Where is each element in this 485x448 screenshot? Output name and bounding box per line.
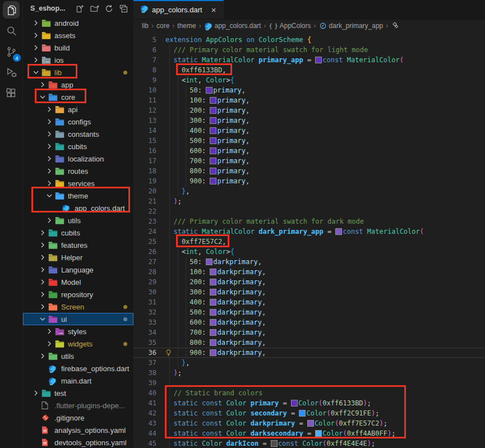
chevron-right-icon[interactable] <box>31 43 40 52</box>
color-swatch[interactable] <box>210 320 216 325</box>
code-line-18[interactable]: 18 800: primary, <box>133 166 485 176</box>
tree-item-routes[interactable]: routes <box>23 165 133 177</box>
code-line-32[interactable]: 32 500: darkprimary, <box>133 307 485 317</box>
tree-item-helper[interactable]: Helper <box>23 251 133 264</box>
color-swatch[interactable] <box>308 421 313 426</box>
color-swatch[interactable] <box>210 279 216 285</box>
breadcrumb-item-misc[interactable] <box>391 22 399 30</box>
tree-item-firebase-options-dart[interactable]: firebase_options.dart <box>23 362 133 375</box>
chevron-right-icon[interactable] <box>45 179 54 188</box>
code-line-7[interactable]: 7 static MaterialColor primary_app = con… <box>133 55 485 65</box>
tree-item-android[interactable]: android <box>23 17 133 29</box>
chevron-right-icon[interactable] <box>31 56 40 64</box>
activity-run-and-debug-icon[interactable] <box>0 62 22 83</box>
tree-item-assets[interactable]: assets <box>23 29 133 41</box>
code-line-28[interactable]: 28 100: darkprimary, <box>133 267 485 277</box>
code-line-41[interactable]: 41 static const Color primary = Color(0x… <box>133 398 485 408</box>
code-line-37[interactable]: 37 }, <box>133 358 485 368</box>
chevron-right-icon[interactable] <box>38 278 47 287</box>
tree-item-cubits[interactable]: cubits <box>23 140 133 153</box>
code-line-20[interactable]: 20 }, <box>133 186 485 196</box>
tree-item-gitignore[interactable]: .gitignore <box>23 412 133 424</box>
chevron-right-icon[interactable] <box>45 154 54 163</box>
color-swatch[interactable] <box>210 310 216 315</box>
tree-item-services[interactable]: services <box>23 177 133 190</box>
breadcrumb-item-dark-primary-app[interactable]: dark_primary_app <box>319 22 384 30</box>
chevron-down-icon[interactable] <box>31 68 40 77</box>
tree-item-styles[interactable]: cssstyles <box>23 325 133 338</box>
code-line-21[interactable]: 21 ); <box>133 196 485 206</box>
code-line-29[interactable]: 29 200: darkprimary, <box>133 277 485 287</box>
color-swatch[interactable] <box>210 299 216 305</box>
breadcrumb-item-theme[interactable]: theme <box>177 22 196 30</box>
color-swatch[interactable] <box>206 259 212 265</box>
code-line-6[interactable]: 6 /// Primary color material swatch for … <box>133 45 485 55</box>
code-line-9[interactable]: 9 <int, Color>{ <box>133 75 485 85</box>
chevron-right-icon[interactable] <box>45 339 54 348</box>
tree-item-app-colors-dart[interactable]: app_colors.dart <box>23 202 133 214</box>
color-swatch[interactable] <box>210 128 216 133</box>
color-swatch[interactable] <box>299 410 305 416</box>
chevron-right-icon[interactable] <box>31 19 40 27</box>
code-line-34[interactable]: 34 700: darkprimary, <box>133 327 485 338</box>
tree-item-language[interactable]: Language <box>23 264 133 276</box>
tree-item-repository[interactable]: repository <box>23 288 133 301</box>
color-swatch[interactable] <box>210 138 216 144</box>
breadcrumb-item-appcolors[interactable]: { }AppColors <box>269 22 311 30</box>
code-line-13[interactable]: 13 300: primary, <box>133 116 485 126</box>
color-swatch[interactable] <box>210 350 216 355</box>
chevron-right-icon[interactable] <box>38 265 47 274</box>
color-swatch[interactable] <box>210 330 216 335</box>
activity-extensions-icon[interactable] <box>0 83 22 104</box>
color-swatch[interactable] <box>336 229 341 234</box>
code-line-23[interactable]: 23 /// Primary color material swatch for… <box>133 216 485 227</box>
color-swatch[interactable] <box>316 57 321 63</box>
code-line-11[interactable]: 11 100: primary, <box>133 95 485 105</box>
tree-item-api[interactable]: api <box>23 103 133 116</box>
color-swatch[interactable] <box>210 118 216 123</box>
tree-item-ios[interactable]: iosios <box>23 54 133 66</box>
code-line-36[interactable]: 36 900: darkprimary, <box>133 348 485 358</box>
tree-item-devtools-options-yaml[interactable]: devtools_options.yaml <box>23 436 133 448</box>
breadcrumb-item-core[interactable]: core <box>156 22 169 30</box>
breadcrumb-item-lib[interactable]: lib <box>142 22 149 30</box>
breadcrumb-item-app-colors-dart[interactable]: app_colors.dart <box>204 22 261 30</box>
color-swatch[interactable] <box>210 98 216 103</box>
chevron-right-icon[interactable] <box>38 352 47 361</box>
tree-item-model[interactable]: Model <box>23 276 133 288</box>
color-swatch[interactable] <box>210 148 216 154</box>
chevron-down-icon[interactable] <box>45 191 54 200</box>
new-file-icon[interactable] <box>75 4 85 13</box>
tree-item-lib[interactable]: lib <box>23 66 133 78</box>
new-folder-icon[interactable] <box>90 4 99 13</box>
tree-item-theme[interactable]: theme <box>23 190 133 202</box>
chevron-down-icon[interactable] <box>38 93 47 101</box>
tab-app-colors-dart[interactable]: app_colors.dart × <box>133 0 224 19</box>
code-line-33[interactable]: 33 600: darkprimary, <box>133 317 485 327</box>
code-line-40[interactable]: 40 // Static brand colors <box>133 388 485 398</box>
code-line-35[interactable]: 35 800: darkprimary, <box>133 338 485 348</box>
chevron-right-icon[interactable] <box>31 389 40 398</box>
code-line-16[interactable]: 16 600: primary, <box>133 146 485 156</box>
code-line-39[interactable]: 39 <box>133 378 485 388</box>
activity-explorer-icon[interactable] <box>0 0 22 21</box>
close-icon[interactable]: × <box>210 5 218 15</box>
code-line-12[interactable]: 12 200: primary, <box>133 105 485 116</box>
code-line-14[interactable]: 14 400: primary, <box>133 126 485 136</box>
code-line-45[interactable]: 45 static Color darkIcon = const Color(0… <box>133 438 485 448</box>
tree-item-configs[interactable]: configs <box>23 116 133 128</box>
chevron-down-icon[interactable] <box>38 315 47 324</box>
color-swatch[interactable] <box>316 431 321 436</box>
color-swatch[interactable] <box>210 178 216 184</box>
chevron-right-icon[interactable] <box>45 117 54 126</box>
tree-item-widgets[interactable]: widgets <box>23 338 133 350</box>
refresh-icon[interactable] <box>104 4 114 13</box>
chevron-right-icon[interactable] <box>38 253 47 262</box>
code-line-17[interactable]: 17 700: primary, <box>133 156 485 166</box>
collapse-all-icon[interactable] <box>119 4 128 13</box>
code-line-10[interactable]: 10 50: primary, <box>133 85 485 95</box>
code-line-43[interactable]: 43 static const Color darkprimary = Colo… <box>133 418 485 428</box>
tree-item-screen[interactable]: Screen <box>23 301 133 313</box>
chevron-right-icon[interactable] <box>45 216 54 225</box>
tree-item-utils[interactable]: utils <box>23 214 133 227</box>
